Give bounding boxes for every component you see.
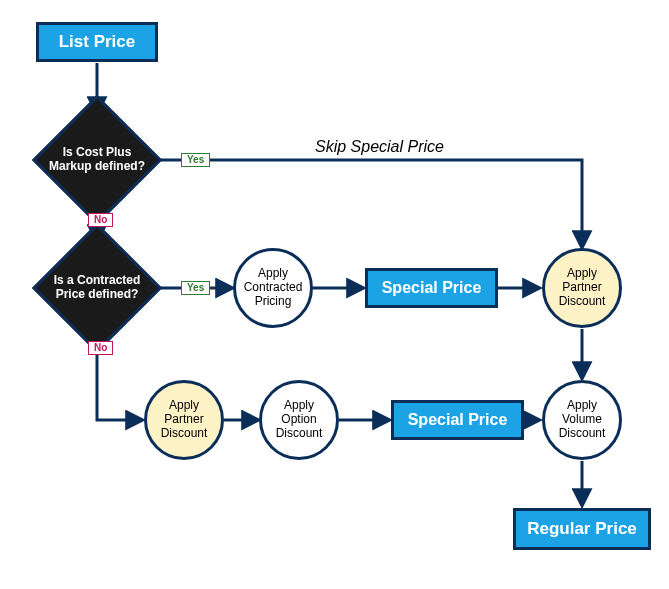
edge-label-text: No xyxy=(94,342,107,353)
edge-label-text: Yes xyxy=(187,154,204,165)
node-apply-contracted-pricing: Apply Contracted Pricing xyxy=(233,248,313,328)
node-label: List Price xyxy=(59,32,136,52)
edge-label-yes: Yes xyxy=(181,153,210,167)
flowchart: List Price Is Cost Plus Markup defined? … xyxy=(0,0,669,589)
node-label: Special Price xyxy=(382,279,482,297)
annotation-text: Skip Special Price xyxy=(315,138,444,155)
node-label: Apply Partner Discount xyxy=(549,267,615,308)
node-label: Is Cost Plus Markup defined? xyxy=(45,146,149,174)
node-is-cost-plus-markup: Is Cost Plus Markup defined? xyxy=(37,115,157,205)
edge-label-no: No xyxy=(88,341,113,355)
edge-label-no: No xyxy=(88,213,113,227)
node-is-contracted-price: Is a Contracted Price defined? xyxy=(37,243,157,333)
node-label: Regular Price xyxy=(527,519,637,539)
node-list-price: List Price xyxy=(36,22,158,62)
node-regular-price: Regular Price xyxy=(513,508,651,550)
node-label: Apply Partner Discount xyxy=(151,399,217,440)
node-apply-option-discount: Apply Option Discount xyxy=(259,380,339,460)
node-label: Apply Volume Discount xyxy=(549,399,615,440)
edge-label-text: No xyxy=(94,214,107,225)
node-apply-partner-discount-bottom: Apply Partner Discount xyxy=(144,380,224,460)
node-special-price-top: Special Price xyxy=(365,268,498,308)
node-label: Apply Contracted Pricing xyxy=(240,267,306,308)
edge-label-yes: Yes xyxy=(181,281,210,295)
node-label: Apply Option Discount xyxy=(266,399,332,440)
node-apply-partner-discount-top: Apply Partner Discount xyxy=(542,248,622,328)
node-label: Special Price xyxy=(408,411,508,429)
node-apply-volume-discount: Apply Volume Discount xyxy=(542,380,622,460)
annotation-skip-special-price: Skip Special Price xyxy=(315,138,444,156)
edge-label-text: Yes xyxy=(187,282,204,293)
node-special-price-bottom: Special Price xyxy=(391,400,524,440)
node-label: Is a Contracted Price defined? xyxy=(45,274,149,302)
